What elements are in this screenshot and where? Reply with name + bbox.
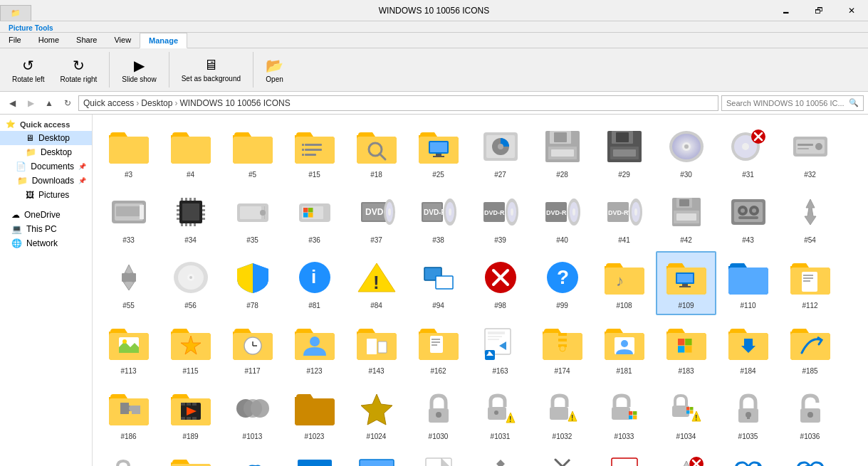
icon-item-1302[interactable]: #1302 xyxy=(346,448,407,466)
minimize-button[interactable]: 🗕 xyxy=(770,0,802,21)
icon-item-1043[interactable]: #1043 xyxy=(222,448,283,466)
icon-item-5311[interactable]: #5311 xyxy=(718,448,778,466)
icon-item-1037[interactable]: ! #1037 xyxy=(98,448,159,466)
icon-item-1023[interactable]: #1023 xyxy=(284,382,345,446)
set-background-button[interactable]: 🖥 Set as background xyxy=(175,53,247,86)
quick-access-tab[interactable]: 📁 xyxy=(0,5,31,21)
icon-item-5100[interactable]: #5100 xyxy=(470,448,530,466)
icon-item-40[interactable]: DVD-ROM #40 xyxy=(532,186,592,250)
forward-button[interactable]: ▶ xyxy=(23,95,38,111)
icon-item-84[interactable]: ! #84 xyxy=(346,251,407,315)
tab-share[interactable]: Share xyxy=(68,33,105,48)
icon-item-41[interactable]: DVD-RW #41 xyxy=(594,186,654,250)
icon-item-1032[interactable]: ! #1032 xyxy=(532,382,592,446)
icon-item-110[interactable]: #110 xyxy=(718,251,778,315)
icon-item-33[interactable]: #33 xyxy=(98,186,159,250)
icon-item-109[interactable]: #109 xyxy=(656,251,716,315)
path-desktop[interactable]: Desktop xyxy=(141,98,172,108)
icon-item-56[interactable]: #56 xyxy=(160,251,221,315)
up-button[interactable]: ▲ xyxy=(41,95,57,111)
icon-item-123[interactable]: #123 xyxy=(284,317,345,381)
icon-item-115[interactable]: #115 xyxy=(160,317,221,381)
icon-item-54[interactable]: #54 xyxy=(780,186,840,250)
icon-item-1035[interactable]: #1035 xyxy=(718,382,778,446)
icon-item-163[interactable]: #163 xyxy=(470,317,530,381)
icon-item-94[interactable]: #94 xyxy=(408,251,469,315)
icon-item-1013[interactable]: #1013 xyxy=(222,382,283,446)
icon-item-1024[interactable]: #1024 xyxy=(346,382,407,446)
rotate-left-button[interactable]: ↺ Rotate left xyxy=(6,53,51,87)
icon-item-1303[interactable]: #1303 xyxy=(408,448,469,466)
icon-item-184[interactable]: #184 xyxy=(718,317,778,381)
tab-manage[interactable]: Manage xyxy=(140,33,187,48)
icon-item-162[interactable]: #162 xyxy=(408,317,469,381)
path-quick-access[interactable]: Quick access xyxy=(83,98,134,108)
icon-item-5315[interactable]: #5315 xyxy=(780,448,840,466)
icon-item-31[interactable]: #31 xyxy=(718,120,778,184)
icon-item-189[interactable]: #189 xyxy=(160,382,221,446)
icon-item-38[interactable]: DVD-R #38 xyxy=(408,186,469,250)
icon-item-5305[interactable]: #5305 xyxy=(656,448,716,466)
refresh-button[interactable]: ↻ xyxy=(60,95,75,111)
icon-item-143[interactable]: #143 xyxy=(346,317,407,381)
slideshow-button[interactable]: ▶ Slide show xyxy=(115,53,162,87)
sidebar-item-pictures[interactable]: 🖼 Pictures xyxy=(0,188,92,202)
path-folder[interactable]: WINDOWS 10 10056 ICONS xyxy=(179,98,290,108)
icon-item-174[interactable]: #174 xyxy=(532,317,592,381)
address-path[interactable]: Quick access › Desktop › WINDOWS 10 1005… xyxy=(78,95,718,111)
icon-item-99[interactable]: ? #99 xyxy=(532,251,592,315)
icon-item-39[interactable]: DVD-RAM #39 xyxy=(470,186,530,250)
sidebar-item-downloads[interactable]: 📁 Downloads 📌 xyxy=(0,174,92,188)
sidebar-item-onedrive[interactable]: ☁ OneDrive xyxy=(0,208,92,222)
icon-item-27[interactable]: #27 xyxy=(470,120,530,184)
icon-item-25[interactable]: #25 xyxy=(408,120,469,184)
icon-item-113[interactable]: #113 xyxy=(98,317,159,381)
sidebar-item-desktop2[interactable]: 📁 Desktop xyxy=(0,145,92,159)
icon-item-55[interactable]: #55 xyxy=(98,251,159,315)
tab-home[interactable]: Home xyxy=(30,33,68,48)
sidebar-item-network[interactable]: 🌐 Network xyxy=(0,236,92,250)
icon-item-3[interactable]: #3 xyxy=(98,120,159,184)
icon-item-36[interactable]: #36 xyxy=(284,186,345,250)
icon-item-81[interactable]: i #81 xyxy=(284,251,345,315)
maximize-button[interactable]: 🗗 xyxy=(802,0,835,21)
icon-item-34[interactable]: #34 xyxy=(160,186,221,250)
icon-item-5102[interactable]: #5102 xyxy=(594,448,654,466)
rotate-right-button[interactable]: ↻ Rotate right xyxy=(54,53,104,87)
icon-item-5101[interactable]: #5101 xyxy=(532,448,592,466)
icon-item-185[interactable]: #185 xyxy=(780,317,840,381)
icon-item-1036[interactable]: #1036 xyxy=(780,382,840,446)
icon-item-43[interactable]: #43 xyxy=(718,186,778,250)
icon-item-37[interactable]: DVD #37 xyxy=(346,186,407,250)
search-box[interactable]: 🔍 xyxy=(721,95,864,111)
back-button[interactable]: ◀ xyxy=(4,95,20,111)
sidebar-item-desktop1[interactable]: 🖥 Desktop xyxy=(0,131,92,145)
icon-item-98[interactable]: #98 xyxy=(470,251,530,315)
icon-item-1033[interactable]: #1033 xyxy=(594,382,654,446)
sidebar-item-documents[interactable]: 📄 Documents 📌 xyxy=(0,159,92,174)
icon-item-181[interactable]: #181 xyxy=(594,317,654,381)
icon-item-1301[interactable]: #1301 xyxy=(284,448,345,466)
icon-item-112[interactable]: #112 xyxy=(780,251,840,315)
sidebar-quick-access[interactable]: ⭐ Quick access xyxy=(0,117,92,131)
icon-item-15[interactable]: #15 xyxy=(284,120,345,184)
tab-file[interactable]: File xyxy=(0,33,30,48)
icon-item-42[interactable]: #42 xyxy=(656,186,716,250)
icon-item-1031[interactable]: ! #1031 xyxy=(470,382,530,446)
icon-item-32[interactable]: #32 xyxy=(780,120,840,184)
close-button[interactable]: ✕ xyxy=(835,0,868,21)
icon-item-186[interactable]: #186 xyxy=(98,382,159,446)
icon-item-1040[interactable]: #1040 xyxy=(160,448,221,466)
icon-item-1030[interactable]: #1030 xyxy=(408,382,469,446)
icon-item-35[interactable]: #35 xyxy=(222,186,283,250)
tab-view[interactable]: View xyxy=(105,33,140,48)
icon-item-1034[interactable]: ! #1034 xyxy=(656,382,716,446)
sidebar-item-thispc[interactable]: 💻 This PC xyxy=(0,222,92,236)
icon-item-5[interactable]: #5 xyxy=(222,120,283,184)
icon-item-4[interactable]: #4 xyxy=(160,120,221,184)
icon-item-29[interactable]: #29 xyxy=(594,120,654,184)
icon-item-30[interactable]: #30 xyxy=(656,120,716,184)
icon-item-117[interactable]: #117 xyxy=(222,317,283,381)
open-button[interactable]: 📂 Open xyxy=(259,53,290,87)
icon-item-108[interactable]: ♪ #108 xyxy=(594,251,654,315)
